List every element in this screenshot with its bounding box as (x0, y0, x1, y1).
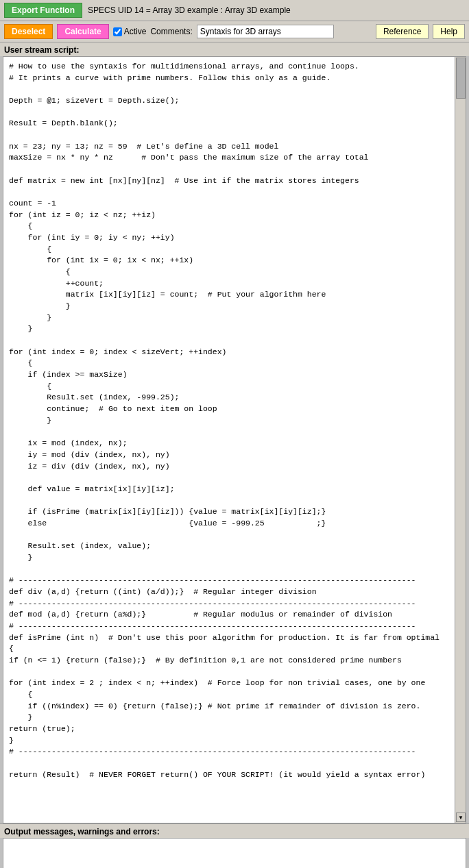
reference-button[interactable]: Reference (376, 24, 429, 39)
scrollbar-down-button[interactable]: ▼ (456, 813, 466, 822)
toolbar: Deselect Calculate Active Comments: Refe… (0, 21, 469, 42)
code-editor[interactable] (3, 57, 455, 823)
output-area (3, 838, 466, 868)
top-bar: Export Function SPECS UID 14 = Array 3D … (0, 0, 469, 21)
deselect-button[interactable]: Deselect (4, 24, 53, 39)
script-section-label: User stream script: (0, 42, 469, 56)
scrollbar-track[interactable]: ▲ ▼ (455, 57, 466, 823)
comments-label: Comments: (150, 27, 192, 36)
active-checkbox[interactable] (113, 27, 122, 36)
scrollbar-thumb[interactable] (456, 58, 466, 99)
calculate-button[interactable]: Calculate (57, 24, 108, 39)
output-section-label: Output messages, warnings and errors: (0, 823, 469, 838)
top-title: SPECS UID 14 = Array 3D example : Array … (88, 5, 291, 15)
comments-input[interactable] (197, 25, 334, 38)
help-button[interactable]: Help (433, 24, 465, 39)
active-label: Active (124, 27, 147, 36)
code-area-wrapper: ▲ ▼ (3, 56, 466, 823)
active-checkbox-label[interactable]: Active (113, 27, 147, 36)
export-function-button[interactable]: Export Function (4, 3, 82, 18)
